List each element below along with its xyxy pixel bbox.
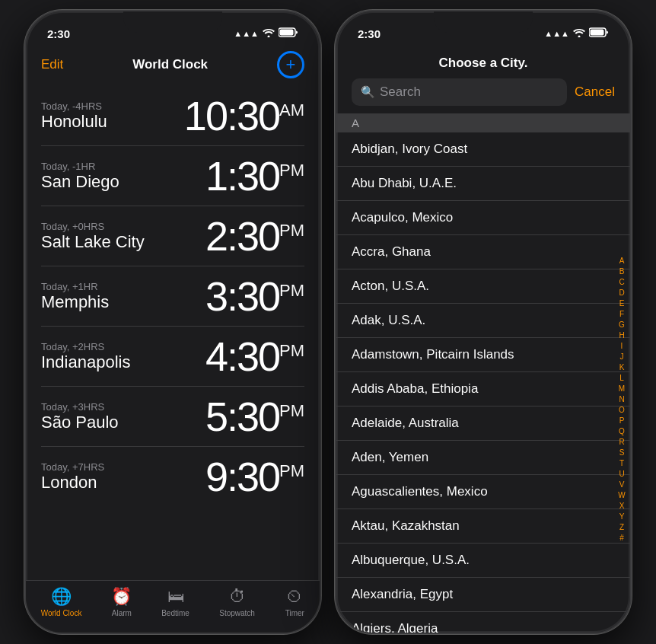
- status-time-2: 2:30: [358, 27, 381, 40]
- clock-offset-6: Today, +7HRS: [41, 461, 104, 473]
- alpha-letter-D[interactable]: D: [616, 288, 627, 298]
- alpha-letter-W[interactable]: W: [616, 490, 627, 501]
- search-input[interactable]: Search: [380, 84, 558, 100]
- city-item-8[interactable]: Adelaide, Australia: [336, 406, 630, 441]
- phone1-content: Edit World Clock + Today, -4HRS Honolulu…: [26, 45, 320, 633]
- tab-label-bedtime: Bedtime: [161, 609, 189, 617]
- clock-item-2: Today, +0HRS Salt Lake City 2:30PM: [41, 206, 304, 266]
- tab-icon-timer: ⏲: [285, 587, 304, 607]
- clock-time-2: 2:30PM: [205, 212, 304, 260]
- alpha-letter-O[interactable]: O: [616, 405, 627, 416]
- city-item-1[interactable]: Abu Dhabi, U.A.E.: [336, 167, 630, 201]
- alpha-letter-#[interactable]: #: [616, 533, 627, 544]
- status-icons-1: ▲▲▲: [234, 27, 298, 40]
- alpha-letter-U[interactable]: U: [616, 469, 627, 480]
- city-list: Abidjan, Ivory CoastAbu Dhabi, U.A.E.Aca…: [336, 132, 630, 634]
- tab-world-clock[interactable]: 🌐 World Clock: [41, 587, 82, 617]
- city-item-5[interactable]: Adak, U.S.A.: [336, 304, 630, 338]
- alpha-letter-M[interactable]: M: [616, 384, 627, 394]
- cancel-button[interactable]: Cancel: [575, 84, 615, 100]
- status-time-1: 2:30: [47, 27, 70, 40]
- tab-label-stopwatch: Stopwatch: [219, 609, 255, 617]
- alpha-letter-J[interactable]: J: [616, 352, 627, 362]
- alpha-letter-B[interactable]: B: [616, 266, 627, 277]
- alpha-letter-L[interactable]: L: [616, 373, 627, 384]
- alpha-letter-K[interactable]: K: [616, 362, 627, 373]
- tab-bedtime[interactable]: 🛏 Bedtime: [161, 587, 189, 617]
- city-item-14[interactable]: Algiers, Algeria: [336, 612, 630, 634]
- alpha-letter-Z[interactable]: Z: [616, 522, 627, 533]
- clock-item-1: Today, -1HR San Diego 1:30PM: [41, 145, 304, 206]
- edit-button[interactable]: Edit: [41, 57, 63, 72]
- alpha-letter-G[interactable]: G: [616, 320, 627, 330]
- clock-ampm-0: AM: [279, 100, 304, 120]
- alpha-letter-S[interactable]: S: [616, 448, 627, 458]
- clock-list: Today, -4HRS Honolulu 10:30AM Today, -1H…: [26, 86, 320, 580]
- alpha-letter-R[interactable]: R: [616, 437, 627, 448]
- clock-city-3: Memphis: [41, 292, 109, 312]
- clock-info-5: Today, +3HRS São Paulo: [41, 401, 119, 432]
- tab-alarm[interactable]: ⏰ Alarm: [112, 587, 132, 617]
- alpha-letter-T[interactable]: T: [616, 458, 627, 469]
- clock-time-4: 4:30PM: [205, 333, 304, 380]
- choose-city-screen: Choose a City. 🔍 Search Cancel A Abidjan…: [336, 45, 630, 634]
- city-item-3[interactable]: Accra, Ghana: [336, 235, 630, 269]
- alpha-letter-Y[interactable]: Y: [616, 512, 627, 522]
- clock-item-5: Today, +3HRS São Paulo 5:30PM: [41, 386, 304, 446]
- tab-timer[interactable]: ⏲ Timer: [285, 587, 304, 617]
- clock-city-2: Salt Lake City: [41, 232, 145, 252]
- city-item-2[interactable]: Acapulco, Mexico: [336, 201, 630, 235]
- clock-ampm-3: PM: [279, 281, 304, 300]
- clock-offset-4: Today, +2HRS: [41, 341, 130, 352]
- status-bar-1: 2:30 ▲▲▲: [26, 11, 320, 45]
- clock-offset-1: Today, -1HR: [41, 161, 119, 172]
- tab-icon-world-clock: 🌐: [52, 587, 72, 607]
- clock-offset-3: Today, +1HR: [41, 281, 109, 292]
- clock-time-3: 3:30PM: [205, 273, 304, 320]
- tab-bar: 🌐 World Clock ⏰ Alarm 🛏 Bedtime ⏱ Stopwa…: [26, 580, 320, 633]
- status-bar-2: 2:30 ▲▲▲: [336, 11, 630, 45]
- alpha-letter-I[interactable]: I: [616, 341, 627, 352]
- clock-time-5: 5:30PM: [205, 393, 304, 440]
- clock-item-0: Today, -4HRS Honolulu 10:30AM: [41, 86, 304, 145]
- clock-info-6: Today, +7HRS London: [41, 461, 104, 493]
- alpha-letter-N[interactable]: N: [616, 394, 627, 405]
- tab-stopwatch[interactable]: ⏱ Stopwatch: [219, 587, 255, 617]
- tab-label-world-clock: World Clock: [41, 609, 82, 617]
- city-item-12[interactable]: Albuquerque, U.S.A.: [336, 544, 630, 578]
- city-item-10[interactable]: Aguascalientes, Mexico: [336, 475, 630, 509]
- wifi-icon-2: [573, 28, 585, 40]
- alpha-letter-H[interactable]: H: [616, 330, 627, 341]
- search-box[interactable]: 🔍 Search: [352, 78, 567, 106]
- clock-ampm-4: PM: [279, 341, 304, 360]
- clock-city-6: London: [41, 473, 104, 493]
- alpha-letter-V[interactable]: V: [616, 480, 627, 490]
- search-row: 🔍 Search Cancel: [352, 78, 615, 106]
- city-item-0[interactable]: Abidjan, Ivory Coast: [336, 132, 630, 167]
- city-item-4[interactable]: Acton, U.S.A.: [336, 269, 630, 304]
- alpha-index[interactable]: ABCDEFGHIJKLMNOPQRSTUVWXYZ#: [616, 132, 627, 634]
- alpha-letter-C[interactable]: C: [616, 277, 627, 288]
- clock-item-6: Today, +7HRS London 9:30PM: [41, 446, 304, 506]
- clock-city-1: San Diego: [41, 172, 119, 192]
- tab-label-timer: Timer: [285, 609, 304, 617]
- battery-icon-2: [589, 27, 609, 40]
- clock-time-1: 1:30PM: [205, 152, 304, 199]
- clock-info-3: Today, +1HR Memphis: [41, 281, 109, 312]
- alpha-letter-F[interactable]: F: [616, 309, 627, 320]
- alpha-letter-A[interactable]: A: [616, 256, 627, 266]
- city-item-13[interactable]: Alexandria, Egypt: [336, 578, 630, 612]
- alpha-letter-P[interactable]: P: [616, 416, 627, 426]
- add-clock-button[interactable]: +: [277, 51, 304, 78]
- alpha-letter-E[interactable]: E: [616, 298, 627, 309]
- city-item-7[interactable]: Addis Ababa, Ethiopia: [336, 372, 630, 406]
- city-item-11[interactable]: Aktau, Kazakhstan: [336, 509, 630, 544]
- city-item-6[interactable]: Adamstown, Pitcairn Islands: [336, 338, 630, 372]
- alpha-letter-X[interactable]: X: [616, 501, 627, 512]
- clock-ampm-6: PM: [279, 461, 304, 480]
- city-item-9[interactable]: Aden, Yemen: [336, 441, 630, 475]
- clock-offset-0: Today, -4HRS: [41, 100, 107, 112]
- alpha-letter-Q[interactable]: Q: [616, 426, 627, 437]
- svg-rect-1: [279, 30, 293, 36]
- status-icons-2: ▲▲▲: [544, 27, 609, 40]
